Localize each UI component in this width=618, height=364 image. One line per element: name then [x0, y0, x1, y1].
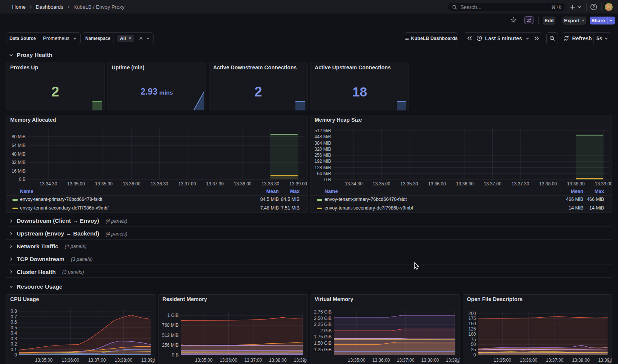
svg-text:80 MiB: 80 MiB [12, 134, 26, 139]
svg-text:0.5: 0.5 [11, 325, 17, 330]
svg-text:13:34:30: 13:34:30 [345, 181, 363, 187]
svg-text:13:38:00: 13:38:00 [234, 181, 252, 187]
svg-text:0.8: 0.8 [11, 309, 17, 314]
svg-text:13:36:00: 13:36:00 [372, 358, 390, 363]
svg-text:13:36:00: 13:36:00 [123, 181, 140, 187]
svg-text:13:38:30: 13:38:30 [261, 181, 279, 187]
svg-text:150: 150 [468, 321, 476, 326]
svg-text:13:36:00: 13:36:00 [220, 358, 237, 363]
svg-text:13:36:00: 13:36:00 [61, 358, 79, 363]
svg-text:0.2: 0.2 [11, 341, 17, 347]
svg-text:0 B: 0 B [324, 177, 331, 182]
svg-text:75: 75 [471, 337, 476, 342]
svg-text:13:36:30: 13:36:30 [456, 181, 474, 187]
svg-text:100: 100 [468, 332, 476, 337]
svg-text:13:37:00: 13:37:00 [484, 181, 501, 187]
svg-text:13:37:00: 13:37:00 [178, 181, 196, 187]
svg-text:13:39:00: 13:39:00 [598, 358, 612, 363]
svg-text:2.50 GiB: 2.50 GiB [314, 316, 332, 321]
svg-text:13:39:00: 13:39:00 [294, 358, 307, 363]
svg-text:13:35:30: 13:35:30 [95, 181, 113, 187]
svg-text:125: 125 [468, 326, 476, 332]
svg-text:16 MiB: 16 MiB [12, 168, 26, 174]
svg-text:13:35:00: 13:35:00 [67, 181, 85, 187]
svg-text:13:37:00: 13:37:00 [88, 358, 106, 363]
svg-text:13:35:00: 13:35:00 [35, 358, 53, 363]
svg-text:1.75 GiB: 1.75 GiB [314, 334, 332, 340]
svg-text:13:35:00: 13:35:00 [348, 358, 366, 363]
svg-text:512 MiB: 512 MiB [162, 333, 178, 338]
svg-text:0.7: 0.7 [11, 314, 17, 320]
svg-text:13:34:30: 13:34:30 [40, 181, 57, 187]
svg-text:13:39:00: 13:39:00 [595, 181, 612, 187]
svg-text:13:35:00: 13:35:00 [195, 358, 212, 363]
svg-text:2.75 GiB: 2.75 GiB [314, 309, 332, 315]
svg-text:320 MiB: 320 MiB [314, 147, 331, 152]
svg-text:512 MiB: 512 MiB [314, 128, 331, 133]
svg-text:48 MiB: 48 MiB [12, 151, 26, 157]
svg-text:128 MiB: 128 MiB [314, 165, 331, 170]
svg-text:192 MiB: 192 MiB [314, 159, 331, 164]
svg-text:200: 200 [468, 311, 476, 316]
svg-text:13:39:00: 13:39:00 [141, 358, 155, 363]
svg-text:13:37:30: 13:37:30 [512, 181, 529, 187]
svg-text:0.1: 0.1 [11, 347, 17, 352]
svg-text:64 MiB: 64 MiB [12, 143, 26, 148]
svg-text:0.6: 0.6 [11, 320, 17, 325]
svg-text:384 MiB: 384 MiB [314, 141, 331, 146]
svg-text:175: 175 [468, 316, 476, 321]
svg-text:13:36:30: 13:36:30 [151, 181, 168, 187]
svg-text:13:37:00: 13:37:00 [244, 358, 262, 363]
svg-text:13:35:00: 13:35:00 [493, 358, 511, 363]
svg-text:0: 0 [14, 352, 17, 358]
svg-text:768 MiB: 768 MiB [162, 323, 178, 328]
svg-text:13:37:00: 13:37:00 [397, 358, 415, 363]
svg-text:1 GiB: 1 GiB [167, 313, 178, 318]
svg-text:1.25 GiB: 1.25 GiB [314, 347, 332, 352]
svg-text:13:38:00: 13:38:00 [421, 358, 439, 363]
svg-text:13:38:00: 13:38:00 [115, 358, 132, 363]
svg-text:256 MiB: 256 MiB [162, 343, 178, 348]
svg-text:32 MiB: 32 MiB [12, 160, 26, 165]
svg-text:0: 0 [473, 352, 476, 358]
svg-text:13:37:00: 13:37:00 [546, 358, 563, 363]
svg-text:0.4: 0.4 [11, 330, 17, 336]
svg-text:50: 50 [471, 342, 476, 347]
svg-text:25: 25 [471, 347, 476, 352]
svg-text:1.50 GiB: 1.50 GiB [314, 341, 332, 346]
svg-text:13:38:30: 13:38:30 [567, 181, 585, 187]
svg-text:13:38:00: 13:38:00 [539, 181, 557, 187]
svg-text:13:35:30: 13:35:30 [400, 181, 418, 187]
svg-text:13:38:00: 13:38:00 [269, 358, 287, 363]
svg-text:2.25 GiB: 2.25 GiB [314, 322, 332, 327]
svg-text:0 B: 0 B [19, 177, 26, 182]
svg-text:13:37:30: 13:37:30 [206, 181, 224, 187]
svg-text:?: ? [592, 5, 595, 9]
svg-text:0 B: 0 B [172, 352, 178, 358]
svg-text:13:38:00: 13:38:00 [572, 358, 590, 363]
svg-text:13:36:00: 13:36:00 [428, 181, 446, 187]
svg-text:13:39:00: 13:39:00 [289, 181, 307, 187]
svg-text:64 MiB: 64 MiB [317, 171, 331, 176]
svg-text:2 GiB: 2 GiB [320, 328, 332, 333]
svg-text:0.3: 0.3 [11, 336, 17, 341]
svg-text:13:35:00: 13:35:00 [373, 181, 390, 187]
svg-text:448 MiB: 448 MiB [314, 134, 331, 139]
svg-text:256 MiB: 256 MiB [314, 153, 331, 158]
svg-text:13:36:00: 13:36:00 [520, 358, 537, 363]
svg-text:13:39:00: 13:39:00 [446, 358, 460, 363]
